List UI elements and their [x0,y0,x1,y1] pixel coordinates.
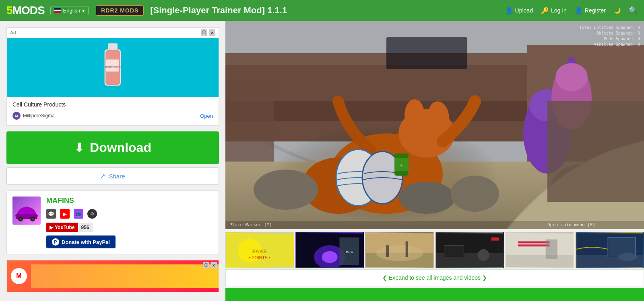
thumbnail-1[interactable]: FAKE • POINTS • [225,232,294,268]
ad-info-button[interactable]: ⓘ [201,29,207,36]
twitch-icon[interactable]: 📺 [74,209,83,219]
svg-point-9 [19,218,22,220]
paypal-label: Donate with PayPal [62,239,110,245]
expand-images-button[interactable]: ❮ Expand to see all images and videos ❯ [225,269,644,286]
paypal-icon: P [52,238,59,246]
svg-rect-71 [518,242,549,244]
youtube-icon[interactable]: ▶ [60,209,70,219]
ad-brand: M MilliporeSigma [12,112,55,120]
chat-icon[interactable]: 💬 [46,209,56,219]
svg-rect-73 [546,240,557,259]
upload-label: Upload [515,7,533,14]
svg-rect-42 [225,21,644,229]
svg-text:Peds Spawned: 0: Peds Spawned: 0 [604,37,640,41]
advertisement-block: Ad ⓘ ✕ MilliporeSigma Cell Culture Produ… [6,27,219,126]
expand-label: ❮ Expand to see all images and videos ❯ [382,274,487,281]
svg-text:• POINTS •: • POINTS • [249,255,270,260]
author-card: MAFINS 💬 ▶ 📺 ⚙ ▶ YouTube 956 [6,190,219,254]
youtube-red-part: ▶ YouTube [46,223,78,232]
site-logo[interactable]: 5MODS [6,4,45,17]
login-icon: 🔑 [541,7,549,14]
bottom-ad-info-button[interactable]: ⓘ [203,262,209,268]
logo-group: 5MODS English ▾ RDR2 MODS [6,4,144,17]
svg-text:Open main menu [F]: Open main menu [F] [547,222,595,227]
author-name[interactable]: MAFINS [46,197,213,205]
svg-rect-63 [406,242,408,257]
ad-brand-name: MilliporeSigma [23,113,55,119]
thumbnail-3[interactable] [365,232,434,268]
upload-icon: 👤 [505,7,513,14]
author-top: MAFINS 💬 ▶ 📺 ⚙ ▶ YouTube 956 [12,197,213,248]
svg-point-61 [376,245,423,261]
thumbnail-2[interactable]: Menu [295,232,364,268]
content-area: ⚡ Total Enti [225,21,644,301]
register-icon: 👤 [575,7,583,14]
youtube-badge[interactable]: ▶ YouTube 956 [46,223,213,232]
ad-content: Cell Culture Products M MilliporeSigma O… [7,97,219,125]
login-label: Log In [551,7,567,14]
svg-text:Place Marker [M]: Place Marker [M] [229,222,272,227]
bottle-svg: MilliporeSigma [97,41,129,94]
rdr2-badge[interactable]: RDR2 MODS [96,5,144,16]
avatar [12,197,41,225]
author-info: MAFINS 💬 ▶ 📺 ⚙ ▶ YouTube 956 [46,197,213,248]
share-button[interactable]: ↗ Share [6,167,219,185]
ad-close-button[interactable]: ✕ [209,29,215,36]
green-bottom-bar [225,288,644,301]
ad-footer: M MilliporeSigma Open [12,112,213,120]
ad-image: MilliporeSigma [7,38,219,97]
chevron-down-icon: ▾ [82,8,85,14]
svg-point-77 [618,253,638,261]
svg-text:Vehicles Spawned: 0: Vehicles Spawned: 0 [594,42,640,47]
paypal-donate-button[interactable]: P Donate with PayPal [46,235,116,248]
thumbnails-row: FAKE • POINTS • Menu [225,229,644,268]
svg-text:Objects Spawned: 0: Objects Spawned: 0 [597,31,640,35]
register-label: Register [585,7,606,14]
share-label: Share [109,173,125,180]
svg-point-11 [31,218,34,220]
youtube-count: 956 [78,223,93,232]
github-icon[interactable]: ⚙ [87,209,97,219]
search-icon[interactable]: 🔍 [629,6,638,15]
share-icon: ↗ [100,172,105,180]
darkmode-toggle[interactable]: 🌙 [614,7,621,14]
svg-rect-0 [108,43,118,49]
svg-rect-62 [386,245,389,257]
bottom-ad-close-button[interactable]: ✕ [211,262,217,268]
ad-open-link[interactable]: Open [200,113,213,119]
svg-rect-70 [506,255,573,268]
login-link[interactable]: 🔑 Log In [541,7,567,14]
ad-close-buttons: ⓘ ✕ [201,29,215,36]
sidebar: Ad ⓘ ✕ MilliporeSigma Cell Culture Produ… [0,21,225,301]
language-selector[interactable]: English ▾ [50,6,89,15]
avatar-image [12,197,41,225]
ad-label: Ad [10,30,16,35]
svg-rect-72 [518,244,549,246]
main-layout: Ad ⓘ ✕ MilliporeSigma Cell Culture Produ… [0,21,644,301]
svg-rect-66 [444,245,464,257]
thumbnail-4[interactable] [436,232,504,268]
svg-text:Menu: Menu [346,251,353,254]
navbar-right: 👤 Upload 🔑 Log In 👤 Register 🌙 🔍 [505,6,638,15]
language-label: English [63,8,80,14]
thumbnail-5[interactable] [506,232,574,268]
svg-point-56 [322,251,337,263]
register-link[interactable]: 👤 Register [575,7,606,14]
youtube-label: YouTube [55,225,75,230]
bottom-ad-close: ⓘ ✕ [203,262,217,268]
bottom-ad-inner: M [7,260,219,292]
author-social-links: 💬 ▶ 📺 ⚙ [46,209,213,219]
download-label: Download [90,140,151,155]
yt-play-icon: ▶ [50,225,53,230]
svg-text:MilliporeSigma: MilliporeSigma [105,66,121,68]
download-icon: ⬇ [74,141,84,155]
svg-text:FAKE: FAKE [252,248,267,254]
flag-icon [54,8,61,13]
upload-link[interactable]: 👤 Upload [505,7,533,14]
ad-top-bar: Ad ⓘ ✕ [7,28,219,38]
ad-product-name: Cell Culture Products [12,101,213,108]
svg-text:Total Entities Spawned: 0: Total Entities Spawned: 0 [579,25,640,30]
main-screenshot[interactable]: ⚡ Total Enti [225,21,644,229]
thumbnail-6[interactable] [576,232,644,268]
download-button[interactable]: ⬇ Download [6,131,219,164]
